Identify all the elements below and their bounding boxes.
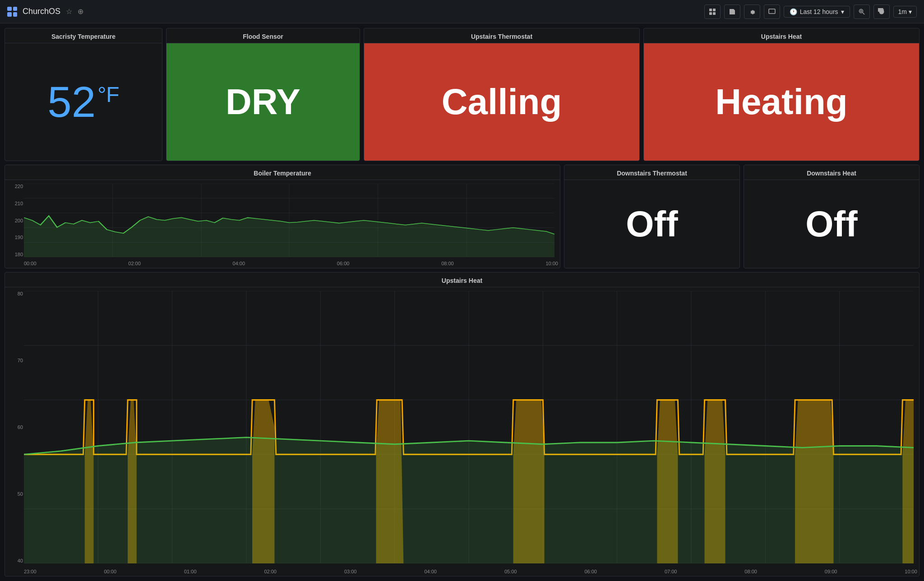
downstairs-thermostat-title: Downstairs Thermostat	[564, 165, 739, 180]
svg-rect-1	[713, 9, 716, 11]
save-button[interactable]	[724, 5, 740, 19]
upstairs-heat-title: Upstairs Heat	[644, 28, 919, 43]
heat-x-0400: 04:00	[424, 569, 437, 574]
upstairs-heat-status: Heating	[644, 43, 919, 161]
topbar-right: 🕐 Last 12 hours ▾ 1m ▾	[704, 5, 917, 19]
upstairs-heat-chart-title: Upstairs Heat	[5, 272, 919, 287]
boiler-y-label-200: 200	[15, 218, 23, 223]
upstairs-heat-panel: Upstairs Heat Heating	[643, 28, 919, 161]
time-range-label: Last 12 hours	[800, 8, 838, 15]
star-icon[interactable]: ☆	[66, 7, 72, 16]
time-range-button[interactable]: 🕐 Last 12 hours ▾	[784, 6, 850, 18]
sacristy-panel: Sacristy Temperature 52°F	[5, 28, 162, 161]
downstairs-heat-value: Off	[805, 203, 858, 245]
interval-label: 1m	[898, 8, 907, 15]
upstairs-thermostat-value: Calling	[442, 81, 562, 123]
boiler-temperature-title: Boiler Temperature	[5, 165, 560, 180]
flood-sensor-panel: Flood Sensor DRY	[166, 28, 360, 161]
add-panel-button[interactable]	[704, 5, 721, 19]
upstairs-thermostat-panel: Upstairs Thermostat Calling	[364, 28, 640, 161]
app-title: ChurchOS	[23, 7, 60, 16]
dashboard: Sacristy Temperature 52°F Flood Sensor D…	[0, 23, 924, 581]
boiler-x-00: 00:00	[24, 261, 37, 266]
heat-x-0500: 05:00	[504, 569, 517, 574]
bottom-row: Upstairs Heat 80 70 60 50 40	[5, 272, 919, 576]
boiler-temperature-panel: Boiler Temperature 220 210 200 190 180	[5, 165, 560, 268]
heat-x-0600: 06:00	[584, 569, 597, 574]
middle-row: Boiler Temperature 220 210 200 190 180	[5, 165, 919, 268]
interval-chevron-icon: ▾	[909, 8, 912, 15]
svg-rect-3	[713, 12, 716, 15]
sacristy-title: Sacristy Temperature	[5, 28, 162, 43]
heat-x-0000: 00:00	[104, 569, 116, 574]
downstairs-thermostat-value: Off	[626, 203, 678, 245]
boiler-x-04: 04:00	[233, 261, 245, 266]
downstairs-heat-body: Off	[744, 180, 919, 268]
sacristy-body: 52°F	[5, 43, 162, 161]
heat-x-1000: 10:00	[905, 569, 917, 574]
heat-y-70: 70	[18, 358, 23, 363]
share-icon[interactable]: ⊕	[78, 7, 83, 16]
boiler-x-10: 10:00	[545, 261, 558, 266]
chevron-down-icon: ▾	[841, 8, 844, 15]
svg-rect-0	[709, 9, 712, 11]
sacristy-number: 52	[47, 78, 96, 126]
downstairs-heat-title: Downstairs Heat	[744, 165, 919, 180]
boiler-x-08: 08:00	[441, 261, 454, 266]
refresh-interval-button[interactable]: 1m ▾	[893, 6, 917, 18]
downstairs-thermostat-body: Off	[564, 180, 739, 268]
flood-sensor-status: DRY	[166, 43, 360, 161]
downstairs-heat-panel: Downstairs Heat Off	[744, 165, 919, 268]
zoom-button[interactable]	[854, 5, 870, 19]
upstairs-heat-chart-area: 80 70 60 50 40	[5, 287, 919, 576]
upstairs-thermostat-status: Calling	[364, 43, 639, 161]
heat-y-50: 50	[18, 491, 23, 497]
boiler-x-02: 02:00	[128, 261, 141, 266]
refresh-button[interactable]	[873, 5, 890, 19]
app-icon	[7, 7, 17, 17]
heat-x-2300: 23:00	[24, 569, 37, 574]
svg-rect-4	[769, 9, 775, 14]
topbar-left: ChurchOS ☆ ⊕	[7, 7, 83, 17]
heat-x-0100: 01:00	[184, 569, 197, 574]
clock-icon: 🕐	[790, 8, 797, 15]
boiler-y-label-180: 180	[15, 252, 23, 257]
boiler-y-label-190: 190	[15, 235, 23, 240]
upstairs-heat-value: Heating	[715, 81, 847, 123]
flood-sensor-value: DRY	[226, 81, 300, 123]
sacristy-unit: °F	[97, 83, 120, 106]
upstairs-heat-chart-svg	[24, 291, 914, 563]
boiler-y-label-220: 220	[15, 184, 23, 189]
svg-marker-44	[24, 438, 914, 563]
display-button[interactable]	[764, 5, 780, 19]
settings-button[interactable]	[744, 5, 760, 19]
heat-y-60: 60	[18, 424, 23, 430]
boiler-y-label-210: 210	[15, 201, 23, 206]
heat-x-0200: 02:00	[264, 569, 277, 574]
topbar: ChurchOS ☆ ⊕ 🕐 Last 12 hours ▾ 1m ▾	[0, 0, 924, 23]
heat-x-0700: 07:00	[665, 569, 677, 574]
heat-x-0800: 08:00	[744, 569, 757, 574]
boiler-chart-svg	[24, 184, 554, 257]
upstairs-thermostat-title: Upstairs Thermostat	[364, 28, 639, 43]
svg-rect-2	[709, 12, 712, 15]
boiler-x-06: 06:00	[337, 261, 350, 266]
heat-x-0300: 03:00	[344, 569, 357, 574]
heat-x-0900: 09:00	[825, 569, 837, 574]
sacristy-temp-value: 52°F	[47, 80, 119, 124]
heat-y-40: 40	[18, 558, 23, 563]
downstairs-thermostat-panel: Downstairs Thermostat Off	[564, 165, 740, 268]
top-row: Sacristy Temperature 52°F Flood Sensor D…	[5, 28, 919, 161]
boiler-chart-area: 220 210 200 190 180	[5, 180, 560, 268]
flood-sensor-title: Flood Sensor	[166, 28, 360, 43]
heat-y-80: 80	[18, 291, 23, 296]
upstairs-heat-chart-panel: Upstairs Heat 80 70 60 50 40	[5, 272, 919, 576]
